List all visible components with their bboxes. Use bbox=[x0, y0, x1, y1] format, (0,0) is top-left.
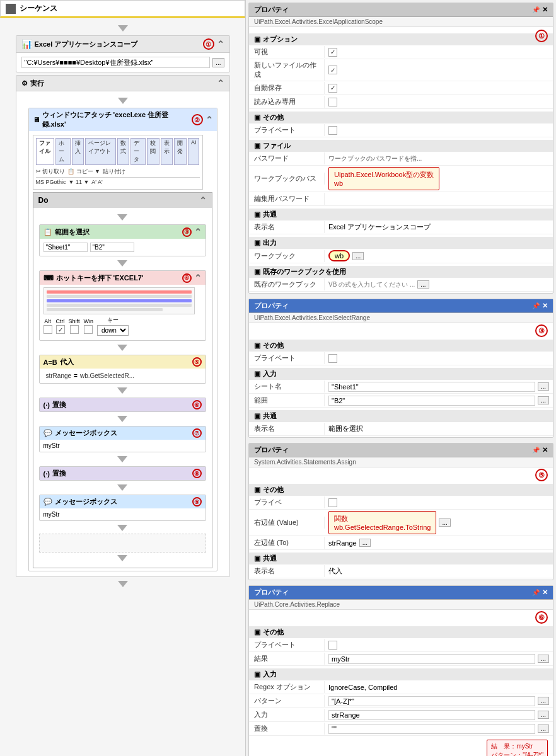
excel-tab-data[interactable]: データ bbox=[130, 138, 146, 165]
prop4-input-replace[interactable] bbox=[328, 724, 535, 734]
prop2-value-range: ... bbox=[325, 394, 553, 407]
p2-common-label: 共通 bbox=[263, 411, 277, 421]
assign-block: A=B 代入 ⑤ str bbox=[39, 355, 206, 384]
select-range-sheet-input[interactable] bbox=[43, 243, 88, 252]
excel-scope-collapse[interactable]: ⌃ bbox=[217, 39, 224, 49]
file-path-input[interactable] bbox=[21, 57, 211, 68]
hotkey-alt-checkbox[interactable] bbox=[43, 325, 52, 334]
do-collapse[interactable]: ⌃ bbox=[199, 195, 207, 205]
msgbox1-title-area: 💬 メッセージボックス bbox=[43, 428, 117, 438]
prop3-left-value-btn[interactable]: ... bbox=[359, 539, 371, 547]
prop4-input-btn[interactable]: ... bbox=[538, 711, 549, 719]
prop4-pattern-btn[interactable]: ... bbox=[538, 697, 549, 705]
prop-close-icon-3[interactable]: ✕ bbox=[542, 446, 548, 454]
prop3-label-display-name: 表示名 bbox=[249, 565, 325, 577]
prop-group-output: ▣ 出力 ワークブック wb ... bbox=[249, 236, 553, 265]
prop3-row-right-value: 右辺値 (Value) 関数 wb.GetSelectedRange.ToStr… bbox=[249, 510, 553, 536]
prop4-check-private[interactable] bbox=[328, 641, 337, 650]
hotkey-win-checkbox[interactable] bbox=[84, 325, 93, 334]
prop3-check-private[interactable] bbox=[328, 498, 337, 507]
attach-window-collapse[interactable]: ⌃ bbox=[206, 115, 213, 125]
prop4-input-result[interactable] bbox=[328, 654, 535, 664]
expand-p2-other-icon: ▣ bbox=[254, 341, 260, 350]
prop-group-common1-header[interactable]: ▣ 共通 bbox=[249, 209, 553, 220]
prop-close-icon-4[interactable]: ✕ bbox=[542, 588, 548, 597]
existing-label: 既存のワークブックを使用 bbox=[263, 267, 346, 277]
replace1-title-area: (·) 置換 bbox=[43, 400, 66, 410]
hotkey-ctrl-check: Ctrl bbox=[56, 318, 65, 334]
prop-group-file-header[interactable]: ▣ ファイル bbox=[249, 140, 553, 152]
prop-close-icon-1[interactable]: ✕ bbox=[542, 6, 548, 14]
select-range-collapse[interactable]: ⌃ bbox=[194, 227, 202, 237]
select-range-range-input[interactable] bbox=[90, 243, 134, 252]
wb-highlight[interactable]: wb bbox=[328, 250, 350, 261]
excel-tab-formula[interactable]: 数式 bbox=[117, 138, 130, 165]
prop-pin-icon-4[interactable]: 📌 bbox=[532, 589, 540, 596]
prop4-group-input-header[interactable]: ▣ 入力 bbox=[249, 668, 553, 680]
prop-label-auto-save: 自動保存 bbox=[249, 82, 325, 94]
excel-tab-dev[interactable]: 開発 bbox=[174, 138, 187, 165]
excel-tab-file[interactable]: ファイル bbox=[36, 138, 54, 165]
prop3-group-other-header[interactable]: ▣ その他 bbox=[249, 484, 553, 496]
hotkey-title: ホットキーを押下 'EXCEL7' bbox=[56, 273, 144, 283]
prop-group-other1-header[interactable]: ▣ その他 bbox=[249, 112, 553, 123]
excel-tab-view[interactable]: 表示 bbox=[161, 138, 173, 165]
prop2-row-display-name: 表示名 範囲を選択 bbox=[249, 422, 553, 436]
prop-close-icon-2[interactable]: ✕ bbox=[542, 302, 548, 310]
hotkey-key-select[interactable]: down bbox=[97, 325, 129, 336]
file-path-dots-btn[interactable]: ... bbox=[212, 58, 224, 67]
prop2-group-input-header[interactable]: ▣ 入力 bbox=[249, 368, 553, 380]
prop-value-readonly bbox=[325, 96, 553, 108]
existing-wb-btn[interactable]: ... bbox=[417, 280, 429, 289]
select-range-block: 📋 範囲を選択 ③ ⌃ bbox=[39, 224, 206, 256]
prop-group-options-header[interactable]: ▣ オプション bbox=[249, 33, 553, 45]
prop3-group-common-header[interactable]: ▣ 共通 bbox=[249, 553, 553, 564]
hotkey-key-label: キー bbox=[107, 316, 119, 324]
prop2-input-sheet[interactable] bbox=[328, 382, 535, 392]
prop4-replace-btn[interactable]: ... bbox=[538, 724, 549, 733]
excel-tab-ai[interactable]: AI bbox=[188, 138, 200, 165]
prop-row-new-file: 新しいファイルの作成 bbox=[249, 59, 553, 81]
prop-check-private1[interactable] bbox=[328, 126, 337, 135]
prop-group-existing-header[interactable]: ▣ 既存のワークブックを使用 bbox=[249, 266, 553, 278]
excel-tab-insert[interactable]: 挿入 bbox=[72, 138, 84, 165]
prop2-group-common-header[interactable]: ▣ 共通 bbox=[249, 410, 553, 422]
prop-pin-icon-1[interactable]: 📌 bbox=[532, 6, 540, 13]
prop-pin-icon-2[interactable]: 📌 bbox=[532, 302, 540, 309]
prop3-right-value-btn[interactable]: ... bbox=[439, 518, 450, 527]
prop4-result-btn[interactable]: ... bbox=[538, 655, 549, 663]
expand-p4-other-icon: ▣ bbox=[254, 628, 260, 636]
prop2-check-private[interactable] bbox=[328, 354, 337, 363]
p2-other-label: その他 bbox=[263, 341, 284, 350]
attach-window-num: ② bbox=[192, 114, 203, 125]
hotkey-shift-checkbox[interactable] bbox=[70, 325, 79, 334]
prop-check-auto-save[interactable] bbox=[328, 84, 337, 93]
prop4-input-pattern[interactable] bbox=[328, 696, 535, 706]
prop4-ann-result: 結 果：myStr bbox=[491, 742, 543, 751]
hotkey-collapse[interactable]: ⌃ bbox=[194, 273, 202, 283]
excel-tab-home[interactable]: ホーム bbox=[55, 138, 71, 165]
hotkey-block: ⌨ ホットキーを押下 'EXCEL7' ④ ⌃ bbox=[39, 270, 206, 341]
expand-output-icon: ▣ bbox=[254, 239, 260, 247]
excel-tab-review[interactable]: 校閲 bbox=[147, 138, 159, 165]
prop2-range-btn[interactable]: ... bbox=[538, 396, 549, 404]
prop4-input-input[interactable] bbox=[328, 710, 535, 720]
prop4-group-other-header[interactable]: ▣ その他 bbox=[249, 626, 553, 638]
execute-collapse[interactable]: ⌃ bbox=[217, 78, 224, 88]
prop-check-readonly[interactable] bbox=[328, 98, 337, 106]
expand-p2-input-icon: ▣ bbox=[254, 370, 260, 378]
prop2-input-range[interactable] bbox=[328, 396, 535, 406]
prop2-label-private: プライベート bbox=[249, 352, 325, 364]
prop-check-visible[interactable] bbox=[328, 48, 337, 57]
prop-group-output-header[interactable]: ▣ 出力 bbox=[249, 237, 553, 249]
prop-header-3-title: プロパティ bbox=[254, 445, 289, 455]
prop2-sheet-btn[interactable]: ... bbox=[538, 382, 549, 391]
prop-check-new-file[interactable] bbox=[328, 66, 337, 74]
wb-btn[interactable]: ... bbox=[352, 252, 364, 260]
prop2-group-other-header[interactable]: ▣ その他 bbox=[249, 340, 553, 352]
excel-tab-page[interactable]: ページレイアウト bbox=[85, 138, 115, 165]
prop-pin-icon-3[interactable]: 📌 bbox=[532, 447, 540, 454]
hotkey-ctrl-checkbox[interactable] bbox=[56, 325, 65, 334]
expand-p2-common-icon: ▣ bbox=[254, 412, 260, 420]
hotkey-line-4 bbox=[47, 304, 192, 307]
